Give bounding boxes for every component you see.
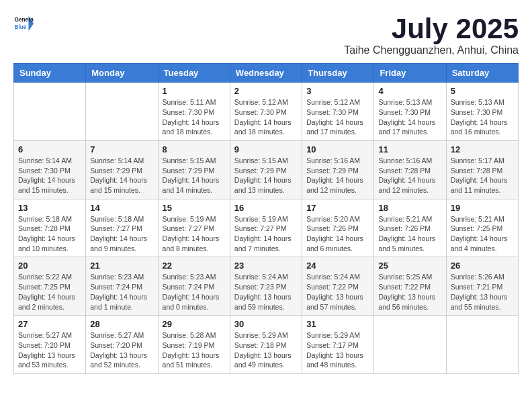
day-number: 27 [18,319,81,329]
day-number: 28 [90,319,153,329]
day-number: 17 [306,203,369,213]
page-header: General Blue July 2025 Taihe Chengguanzh… [13,13,519,56]
calendar-cell: 6Sunrise: 5:14 AM Sunset: 7:30 PM Daylig… [14,140,86,199]
day-info: Sunrise: 5:28 AM Sunset: 7:19 PM Dayligh… [163,330,226,370]
weekday-header: Friday [374,64,446,83]
calendar-cell: 24Sunrise: 5:24 AM Sunset: 7:22 PM Dayli… [302,257,374,316]
day-number: 5 [451,86,514,96]
day-number: 2 [234,86,298,96]
day-number: 10 [306,144,369,154]
calendar-cell: 31Sunrise: 5:29 AM Sunset: 7:17 PM Dayli… [302,316,374,374]
day-info: Sunrise: 5:23 AM Sunset: 7:24 PM Dayligh… [163,272,226,312]
weekday-header: Wednesday [230,64,302,83]
day-number: 15 [163,203,226,213]
day-info: Sunrise: 5:19 AM Sunset: 7:27 PM Dayligh… [234,214,298,254]
calendar-cell: 16Sunrise: 5:19 AM Sunset: 7:27 PM Dayli… [230,199,302,257]
calendar-cell: 25Sunrise: 5:25 AM Sunset: 7:22 PM Dayli… [374,257,446,316]
day-info: Sunrise: 5:22 AM Sunset: 7:25 PM Dayligh… [18,272,81,312]
day-number: 8 [163,144,226,154]
day-info: Sunrise: 5:24 AM Sunset: 7:22 PM Dayligh… [306,272,369,312]
calendar-cell: 26Sunrise: 5:26 AM Sunset: 7:21 PM Dayli… [446,257,518,316]
day-info: Sunrise: 5:18 AM Sunset: 7:28 PM Dayligh… [18,214,81,254]
calendar-cell: 7Sunrise: 5:14 AM Sunset: 7:29 PM Daylig… [86,140,158,199]
day-info: Sunrise: 5:12 AM Sunset: 7:30 PM Dayligh… [306,97,369,137]
day-info: Sunrise: 5:21 AM Sunset: 7:25 PM Dayligh… [451,214,514,254]
day-number: 26 [451,261,514,271]
day-info: Sunrise: 5:19 AM Sunset: 7:27 PM Dayligh… [163,214,226,254]
day-number: 23 [234,261,298,271]
calendar-cell: 29Sunrise: 5:28 AM Sunset: 7:19 PM Dayli… [158,316,230,374]
calendar-cell: 2Sunrise: 5:12 AM Sunset: 7:30 PM Daylig… [230,83,302,141]
day-number: 11 [378,144,441,154]
day-info: Sunrise: 5:29 AM Sunset: 7:18 PM Dayligh… [234,330,298,370]
calendar-cell: 17Sunrise: 5:20 AM Sunset: 7:26 PM Dayli… [302,199,374,257]
calendar-cell: 14Sunrise: 5:18 AM Sunset: 7:27 PM Dayli… [86,199,158,257]
calendar-cell [374,316,446,374]
day-info: Sunrise: 5:13 AM Sunset: 7:30 PM Dayligh… [378,97,441,137]
weekday-header: Thursday [302,64,374,83]
day-number: 20 [18,261,81,271]
day-info: Sunrise: 5:24 AM Sunset: 7:23 PM Dayligh… [234,272,298,312]
calendar-cell: 8Sunrise: 5:15 AM Sunset: 7:29 PM Daylig… [158,140,230,199]
day-number: 7 [90,144,153,154]
calendar-cell: 23Sunrise: 5:24 AM Sunset: 7:23 PM Dayli… [230,257,302,316]
calendar-cell: 13Sunrise: 5:18 AM Sunset: 7:28 PM Dayli… [14,199,86,257]
day-info: Sunrise: 5:15 AM Sunset: 7:29 PM Dayligh… [234,156,298,195]
calendar-cell [446,316,518,374]
day-number: 22 [163,261,226,271]
day-info: Sunrise: 5:25 AM Sunset: 7:22 PM Dayligh… [378,272,441,312]
day-number: 3 [306,86,369,96]
day-number: 25 [378,261,441,271]
location-title: Taihe Chengguanzhen, Anhui, China [344,44,519,56]
calendar-cell: 4Sunrise: 5:13 AM Sunset: 7:30 PM Daylig… [374,83,446,141]
day-info: Sunrise: 5:17 AM Sunset: 7:28 PM Dayligh… [451,156,514,195]
day-number: 18 [378,203,441,213]
calendar-cell [14,83,86,141]
month-title: July 2025 [344,13,519,44]
calendar-table: SundayMondayTuesdayWednesdayThursdayFrid… [13,63,519,374]
calendar-cell: 19Sunrise: 5:21 AM Sunset: 7:25 PM Dayli… [446,199,518,257]
calendar-cell: 5Sunrise: 5:13 AM Sunset: 7:30 PM Daylig… [446,83,518,141]
day-number: 31 [306,319,369,329]
calendar-week-row: 27Sunrise: 5:27 AM Sunset: 7:20 PM Dayli… [14,316,519,374]
calendar-cell: 21Sunrise: 5:23 AM Sunset: 7:24 PM Dayli… [86,257,158,316]
day-info: Sunrise: 5:21 AM Sunset: 7:26 PM Dayligh… [378,214,441,254]
calendar-cell: 27Sunrise: 5:27 AM Sunset: 7:20 PM Dayli… [14,316,86,374]
calendar-cell: 3Sunrise: 5:12 AM Sunset: 7:30 PM Daylig… [302,83,374,141]
calendar-week-row: 1Sunrise: 5:11 AM Sunset: 7:30 PM Daylig… [14,83,519,141]
svg-text:Blue: Blue [15,24,27,30]
calendar-week-row: 13Sunrise: 5:18 AM Sunset: 7:28 PM Dayli… [14,199,519,257]
weekday-header: Saturday [446,64,518,83]
calendar-cell: 1Sunrise: 5:11 AM Sunset: 7:30 PM Daylig… [158,83,230,141]
calendar-cell: 20Sunrise: 5:22 AM Sunset: 7:25 PM Dayli… [14,257,86,316]
day-number: 14 [90,203,153,213]
day-info: Sunrise: 5:27 AM Sunset: 7:20 PM Dayligh… [18,330,81,370]
day-number: 13 [18,203,81,213]
weekday-header: Tuesday [158,64,230,83]
day-number: 6 [18,144,81,154]
day-number: 9 [234,144,298,154]
day-info: Sunrise: 5:16 AM Sunset: 7:28 PM Dayligh… [378,156,441,195]
logo: General Blue [13,13,35,34]
calendar-cell: 22Sunrise: 5:23 AM Sunset: 7:24 PM Dayli… [158,257,230,316]
weekday-header: Monday [86,64,158,83]
day-number: 19 [451,203,514,213]
day-info: Sunrise: 5:20 AM Sunset: 7:26 PM Dayligh… [306,214,369,254]
day-info: Sunrise: 5:18 AM Sunset: 7:27 PM Dayligh… [90,214,153,254]
day-number: 1 [163,86,226,96]
day-number: 4 [378,86,441,96]
calendar-cell: 10Sunrise: 5:16 AM Sunset: 7:29 PM Dayli… [302,140,374,199]
day-number: 30 [234,319,298,329]
calendar-cell: 12Sunrise: 5:17 AM Sunset: 7:28 PM Dayli… [446,140,518,199]
calendar-week-row: 20Sunrise: 5:22 AM Sunset: 7:25 PM Dayli… [14,257,519,316]
calendar-body: 1Sunrise: 5:11 AM Sunset: 7:30 PM Daylig… [14,83,519,374]
weekday-header: Sunday [14,64,86,83]
calendar-cell: 11Sunrise: 5:16 AM Sunset: 7:28 PM Dayli… [374,140,446,199]
day-info: Sunrise: 5:14 AM Sunset: 7:29 PM Dayligh… [90,156,153,195]
day-number: 16 [234,203,298,213]
day-info: Sunrise: 5:16 AM Sunset: 7:29 PM Dayligh… [306,156,369,195]
calendar-cell: 30Sunrise: 5:29 AM Sunset: 7:18 PM Dayli… [230,316,302,374]
calendar-cell: 9Sunrise: 5:15 AM Sunset: 7:29 PM Daylig… [230,140,302,199]
day-info: Sunrise: 5:11 AM Sunset: 7:30 PM Dayligh… [163,97,226,137]
title-block: July 2025 Taihe Chengguanzhen, Anhui, Ch… [344,13,519,56]
